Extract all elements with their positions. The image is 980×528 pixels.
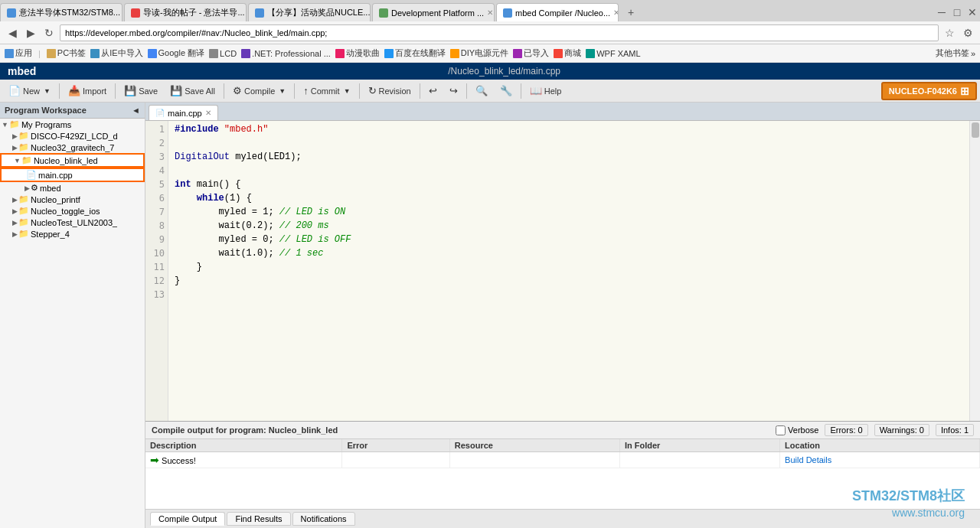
new-button[interactable]: 📄 New ▼: [3, 82, 56, 100]
sidebar-collapse-icon[interactable]: ◄: [132, 106, 140, 115]
scroll-thumb[interactable]: [972, 122, 979, 138]
tab-find-results[interactable]: Find Results: [227, 512, 290, 526]
editor-scrollbar[interactable]: [969, 121, 980, 421]
bookmark-anime-label: 动漫歌曲: [346, 47, 380, 59]
tab-label-4: Development Platform ...: [391, 8, 484, 18]
mbed-app: mbed /Nucleo_blink_led/main.cpp 📄 New ▼ …: [0, 63, 980, 528]
editor-tab-main-cpp[interactable]: 📄 main.cpp ✕: [149, 105, 218, 120]
warnings-badge: Warnings: 0: [874, 424, 929, 436]
save-button[interactable]: 💾 Save: [119, 82, 163, 100]
tree-item-nucleo-printf[interactable]: ▶ 📁 Nucleo_printf: [0, 194, 145, 205]
new-label: New: [23, 86, 40, 96]
back-button[interactable]: ◀: [5, 25, 20, 41]
bookmark-anime[interactable]: 动漫歌曲: [335, 47, 380, 59]
minimize-button[interactable]: ─: [934, 5, 949, 20]
bookmark-net-label: .NET: Professional ...: [252, 49, 331, 58]
tree-item-nucleo32[interactable]: ▶ 📁 Nucleo32_gravitech_7: [0, 142, 145, 153]
tree-item-main-cpp[interactable]: 📄 main.cpp: [0, 168, 145, 182]
tab-compile-output[interactable]: Compile Output: [150, 512, 225, 526]
browser-tab-2[interactable]: 导读-我的帖子 - 意法半导... ✕: [124, 3, 247, 21]
collapse-stepper: ▶: [12, 230, 18, 238]
bookmark-ie-label: 从IE中导入: [101, 47, 142, 59]
bookmark-imported-label: 已导入: [524, 47, 549, 59]
line-num-5: 5: [145, 178, 165, 191]
redo-button[interactable]: ↪: [444, 82, 463, 100]
sidebar-title: Program Workspace: [5, 106, 87, 115]
bookmark-lcd[interactable]: LCD: [209, 49, 237, 58]
forward-button[interactable]: ▶: [23, 25, 38, 41]
bookmark-diy[interactable]: DIY电源元件: [450, 47, 508, 59]
tab-close-5[interactable]: ✕: [613, 8, 619, 17]
bookmark-other[interactable]: 其他书签 »: [936, 47, 975, 59]
bookmark-pc[interactable]: PC书签: [47, 47, 86, 59]
help-button[interactable]: 📖 Help: [524, 82, 567, 100]
folder-icon-disco: 📁: [18, 131, 29, 141]
build-details-link[interactable]: Build Details: [785, 455, 831, 464]
target-button[interactable]: NUCLEO-F042K6 ⊞: [881, 82, 977, 100]
tab-file-label: main.cpp: [168, 109, 202, 118]
close-browser-button[interactable]: ✕: [965, 5, 980, 20]
save-all-button[interactable]: 💾 Save All: [165, 82, 220, 100]
import-button[interactable]: 📥 Import: [63, 82, 112, 100]
target-icon: ⊞: [960, 85, 969, 97]
maximize-button[interactable]: □: [949, 5, 965, 20]
bookmark-net[interactable]: .NET: Professional ...: [241, 49, 331, 58]
line-num-11: 11: [145, 260, 165, 274]
bookmark-google[interactable]: Google 翻译: [148, 47, 205, 59]
collapse-mbed: ▶: [24, 184, 30, 192]
star-button[interactable]: ☆: [942, 25, 957, 41]
toolbar-sep-5: [359, 83, 360, 99]
output-panel: Compile output for program: Nucleo_blink…: [145, 421, 980, 528]
tab-label-5: mbed Compiler /Nucleo...: [515, 8, 610, 18]
extensions-button[interactable]: ⚙: [960, 25, 975, 41]
tab-close-4[interactable]: ✕: [487, 8, 493, 17]
tree-label-my-programs: My Programs: [21, 120, 71, 129]
browser-tab-5[interactable]: mbed Compiler /Nucleo... ✕: [496, 3, 619, 21]
undo-button[interactable]: ↩: [423, 82, 443, 100]
bookmark-ie[interactable]: 从IE中导入: [90, 47, 142, 59]
bookmark-wpf[interactable]: WPF XAML: [586, 49, 640, 58]
new-tab-button[interactable]: +: [623, 5, 639, 20]
bookmark-apps[interactable]: 应用: [5, 47, 32, 59]
browser-tab-1[interactable]: 意法半导体STM32/STM8... ✕: [0, 3, 122, 21]
search-button[interactable]: 🔍: [470, 82, 493, 100]
collapse-nucleo-test: ▶: [12, 219, 18, 227]
address-bar[interactable]: [60, 24, 939, 41]
tree-item-nucleo-test[interactable]: ▶ 📁 NucleoTest_ULN2003_: [0, 217, 145, 228]
save-all-label: Save All: [185, 86, 215, 96]
tree-item-disco[interactable]: ▶ 📁 DISCO-F429ZI_LCD_d: [0, 130, 145, 142]
verbose-checkbox[interactable]: [776, 425, 786, 435]
bookmark-diy-label: DIY电源元件: [461, 47, 508, 59]
tree-item-my-programs[interactable]: ▼ 📁 My Programs: [0, 119, 145, 130]
tools-button[interactable]: 🔧: [495, 82, 518, 100]
output-title: Compile output for program: Nucleo_blink…: [152, 425, 776, 435]
tab-notifications[interactable]: Notifications: [292, 512, 355, 526]
code-editor[interactable]: #include "mbed.h" DigitalOut myled(LED1)…: [168, 121, 969, 421]
row-in-folder: [619, 452, 779, 468]
verbose-label: Verbose: [788, 425, 818, 435]
sidebar: Program Workspace ◄ ▼ 📁 My Programs ▶ 📁 …: [0, 103, 145, 528]
browser-tab-3[interactable]: 【分享】活动奖品NUCLE... ✕: [248, 3, 371, 21]
tree-item-nucleo-toggle[interactable]: ▶ 📁 Nucleo_toggle_ios: [0, 205, 145, 217]
browser-chrome: 意法半导体STM32/STM8... ✕ 导读-我的帖子 - 意法半导... ✕…: [0, 0, 980, 63]
app-header: mbed /Nucleo_blink_led/main.cpp: [0, 63, 980, 80]
output-options: Verbose Errors: 0 Warnings: 0 Infos: 1: [776, 424, 974, 436]
col-resource: Resource: [449, 439, 619, 452]
tree-item-stepper[interactable]: ▶ 📁 Stepper_4: [0, 228, 145, 240]
refresh-button[interactable]: ↻: [41, 25, 57, 41]
bookmark-shop[interactable]: 商城: [554, 47, 581, 59]
commit-button[interactable]: ↑ Commit ▼: [298, 82, 355, 100]
tree-item-nucleo-blink[interactable]: ▼ 📁 Nucleo_blink_led: [0, 153, 145, 168]
compile-button[interactable]: ⚙ Compile ▼: [227, 82, 291, 100]
line-num-1: 1: [145, 122, 165, 136]
verbose-checkbox-label[interactable]: Verbose: [776, 425, 818, 435]
tree-item-mbed[interactable]: ▶ ⚙ mbed: [0, 182, 145, 194]
tab-close-btn[interactable]: ✕: [205, 109, 211, 117]
bookmark-imported[interactable]: 已导入: [513, 47, 549, 59]
toolbar-sep-3: [224, 83, 224, 99]
folder-icon-nucleo-test: 📁: [18, 217, 29, 227]
bookmark-baidu[interactable]: 百度在线翻译: [384, 47, 446, 59]
browser-tab-4[interactable]: Development Platform ... ✕: [372, 3, 495, 21]
collapse-my-programs: ▼: [2, 121, 8, 129]
revision-button[interactable]: ↻ Revision: [363, 82, 416, 100]
